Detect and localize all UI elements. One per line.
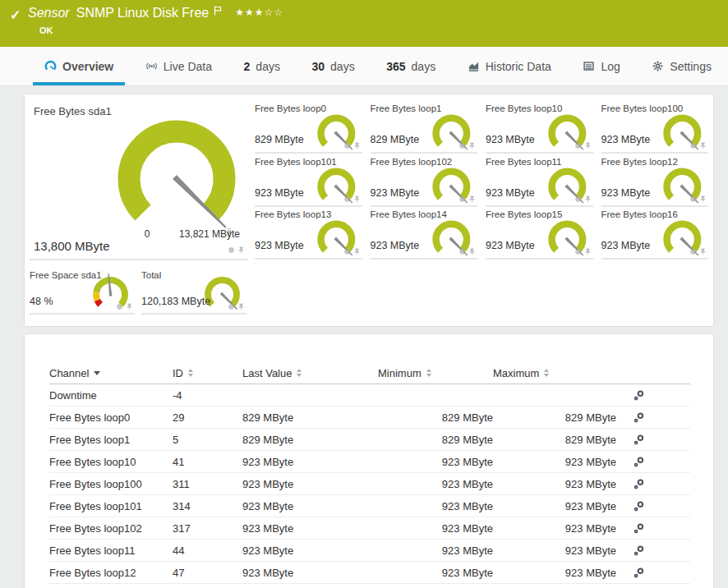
- gauge-value: 120,183 MByte: [141, 296, 210, 307]
- tab-days[interactable]: 30 days: [300, 47, 366, 85]
- sort-icon: [188, 369, 193, 377]
- gear-icon[interactable]: [343, 195, 351, 203]
- cell-id: 317: [173, 522, 242, 535]
- cell-id: 41: [173, 456, 242, 468]
- gear-icon[interactable]: [574, 195, 582, 203]
- tab-label: days: [256, 60, 280, 73]
- channel-settings-gears-icon[interactable]: [633, 500, 645, 512]
- gauge-tile[interactable]: Free Bytes loop101 923 MByte: [255, 154, 362, 207]
- sensor-header: ✓ Sensor SNMP Linux Disk Free ★★★☆☆ OK: [0, 0, 728, 47]
- pin-icon[interactable]: [584, 195, 592, 203]
- channel-settings-gears-icon[interactable]: [633, 522, 645, 535]
- pin-icon[interactable]: [584, 142, 592, 149]
- gear-icon[interactable]: [343, 142, 351, 149]
- star-rating[interactable]: ★★★☆☆: [235, 7, 283, 18]
- gauge-value: 923 MByte: [255, 187, 304, 199]
- gauge-tile[interactable]: Free Bytes loop12 923 MByte: [601, 154, 709, 207]
- channel-gauge: [431, 163, 476, 211]
- gauge-tile[interactable]: Total 120,183 MByte: [141, 268, 247, 315]
- cell-last-value: 923 MByte: [242, 478, 378, 490]
- gauge-value: 13,800 MByte: [34, 239, 110, 253]
- channel-settings-gears-icon[interactable]: [633, 567, 645, 579]
- column-header[interactable]: Last Value: [242, 367, 378, 379]
- tab-live-data[interactable]: Live Data: [134, 47, 223, 85]
- gear-icon[interactable]: [574, 248, 582, 255]
- gauge-tile[interactable]: Free Bytes loop1 829 MByte: [371, 101, 478, 154]
- tab-days[interactable]: 2 days: [233, 47, 292, 85]
- column-header-label: Channel: [49, 367, 89, 379]
- pin-icon[interactable]: [126, 303, 133, 310]
- table-row: Free Bytes loop10 41 923 MByte 923 MByte…: [49, 451, 690, 473]
- gauge-value: 829 MByte: [255, 134, 304, 145]
- gear-icon[interactable]: [458, 248, 466, 255]
- channel-settings-gears-icon[interactable]: [633, 434, 645, 446]
- tab-settings[interactable]: Settings: [640, 47, 723, 85]
- tab-historic-data[interactable]: Historic Data: [456, 47, 563, 85]
- gauge-title: Free Bytes loop16: [601, 209, 678, 219]
- column-header[interactable]: Channel: [49, 367, 173, 379]
- flag-icon[interactable]: [214, 4, 222, 19]
- gear-icon[interactable]: [689, 195, 697, 203]
- gauge-tile[interactable]: Free Bytes loop14 923 MByte: [371, 207, 478, 260]
- channel-gauge: [547, 215, 592, 264]
- gauge-tile[interactable]: Free Bytes loop10 923 MByte: [486, 101, 593, 154]
- pin-icon[interactable]: [237, 246, 245, 254]
- gear-icon[interactable]: [228, 246, 235, 254]
- channel-settings-gears-icon[interactable]: [633, 544, 645, 557]
- channel-settings-gears-icon[interactable]: [633, 411, 645, 424]
- pin-icon[interactable]: [468, 195, 476, 203]
- channel-gauge: [431, 109, 476, 158]
- gear-icon[interactable]: [343, 248, 351, 255]
- gauge-grid: Free Bytes loop0 829 MByte: [255, 101, 708, 260]
- column-header[interactable]: Maximum: [493, 367, 616, 379]
- pin-icon[interactable]: [353, 195, 361, 203]
- column-header[interactable]: Minimum: [378, 367, 493, 379]
- cell-channel: Free Bytes loop101: [49, 500, 173, 512]
- gear-icon[interactable]: [458, 195, 466, 203]
- tab-log[interactable]: Log: [571, 47, 631, 85]
- gear-icon[interactable]: [116, 303, 123, 310]
- tab-number: 30: [311, 60, 325, 73]
- cell-id: -4: [173, 389, 242, 402]
- gear-icon[interactable]: [689, 142, 697, 149]
- cell-maximum: 923 MByte: [493, 500, 616, 512]
- pin-icon[interactable]: [237, 303, 245, 310]
- pin-icon[interactable]: [353, 142, 361, 149]
- gear-icon[interactable]: [574, 142, 582, 149]
- gauge-value: 48 %: [30, 296, 53, 307]
- column-header[interactable]: ID: [173, 367, 242, 379]
- gauge-tile[interactable]: Free Space sda1 48 %: [30, 268, 135, 315]
- pin-icon[interactable]: [699, 248, 707, 255]
- cell-channel: Downtime: [49, 389, 173, 402]
- table-row: Free Bytes loop1 5 829 MByte 829 MByte 8…: [49, 429, 690, 451]
- channel-settings-gears-icon[interactable]: [633, 389, 645, 402]
- gear-icon[interactable]: [458, 142, 466, 149]
- gear-icon[interactable]: [228, 303, 235, 310]
- pin-icon[interactable]: [353, 248, 361, 255]
- gauge-tile[interactable]: Free Bytes loop100 923 MByte: [601, 101, 709, 154]
- cell-channel: Free Bytes loop10: [49, 456, 173, 468]
- gauge-tile[interactable]: Free Bytes loop0 829 MByte: [255, 101, 362, 154]
- cell-last-value: 829 MByte: [242, 434, 378, 446]
- cell-minimum: 923 MByte: [378, 456, 493, 468]
- gauge-tile[interactable]: Free Bytes loop15 923 MByte: [486, 207, 593, 260]
- gauge-tile[interactable]: Free Bytes loop13 923 MByte: [255, 207, 362, 260]
- pin-icon[interactable]: [468, 248, 476, 255]
- primary-gauge-tile[interactable]: Free Bytes sda1 x̄ 0 13,821 MByte 13,800…: [30, 101, 248, 260]
- channel-gauge: [662, 163, 707, 211]
- gauge-tile[interactable]: Free Bytes loop11 923 MByte: [486, 154, 593, 207]
- gauge-tile[interactable]: Free Bytes loop102 923 MByte: [371, 154, 478, 207]
- tab-icon: [44, 60, 57, 72]
- channel-settings-gears-icon[interactable]: [633, 478, 645, 490]
- pin-icon[interactable]: [699, 142, 707, 149]
- channel-settings-gears-icon[interactable]: [633, 456, 645, 468]
- gauge-tile[interactable]: Free Bytes loop16 923 MByte: [601, 207, 709, 260]
- cell-minimum: 923 MByte: [378, 478, 493, 490]
- gauge-title: Free Space sda1: [30, 270, 102, 280]
- tab-days[interactable]: 365 days: [375, 47, 447, 85]
- pin-icon[interactable]: [699, 195, 707, 203]
- tab-overview[interactable]: Overview: [33, 47, 125, 85]
- gear-icon[interactable]: [689, 248, 697, 255]
- pin-icon[interactable]: [468, 142, 476, 149]
- pin-icon[interactable]: [584, 248, 592, 255]
